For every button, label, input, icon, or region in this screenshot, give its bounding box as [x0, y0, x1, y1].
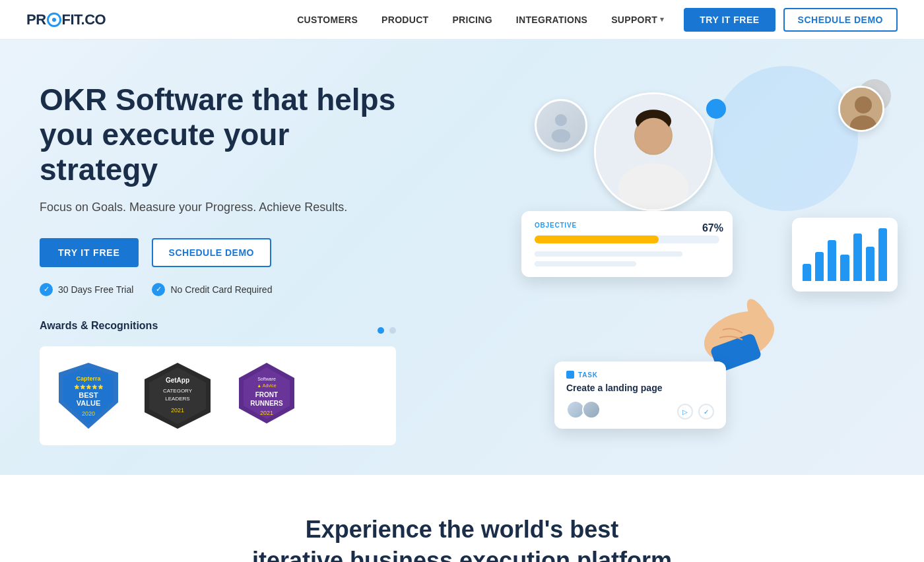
task-footer: ▷ ✓	[566, 400, 714, 420]
objective-label: OBJECTIVE	[535, 222, 719, 229]
svg-text:▲ Advice: ▲ Advice	[257, 383, 277, 388]
trial-badge: ✓ 30 Days Free Trial	[40, 283, 133, 296]
task-label: TASK	[566, 371, 714, 379]
chart-bar-3	[828, 240, 836, 281]
no-card-badge: ✓ No Credit Card Required	[152, 283, 272, 296]
bottom-section: Experience the world's bestiterative bus…	[0, 475, 924, 562]
svg-text:2021: 2021	[260, 410, 273, 416]
progress-bar-track: 67%	[535, 235, 719, 243]
no-card-text: No Credit Card Required	[170, 284, 272, 295]
progress-line-2	[535, 261, 636, 266]
nav-product[interactable]: PRODUCT	[381, 15, 428, 25]
svg-text:Software: Software	[257, 377, 276, 381]
hero-buttons: TRY IT FREE SCHEDULE DEMO	[40, 238, 409, 267]
svg-text:BEST: BEST	[79, 391, 98, 399]
nav-try-free-button[interactable]: TRY IT FREE	[684, 8, 775, 32]
nav-support[interactable]: SUPPORT	[611, 15, 664, 25]
svg-text:⭐⭐⭐⭐⭐: ⭐⭐⭐⭐⭐	[74, 384, 104, 390]
hero-title: OKR Software that helps you execute your…	[40, 82, 409, 187]
awards-section: Awards & Recognitions Capterra ⭐⭐⭐⭐⭐ BES…	[40, 320, 409, 445]
hero-try-free-button[interactable]: TRY IT FREE	[40, 238, 139, 267]
task-card: TASK Create a landing page ▷ ✓	[554, 361, 726, 429]
nav-integrations[interactable]: INTEGRATIONS	[516, 15, 587, 25]
svg-text:RUNNERS: RUNNERS	[250, 400, 283, 407]
task-icon	[566, 371, 574, 379]
chart-bar-6	[866, 247, 874, 281]
getapp-badge: GetApp CATEGORY LEADERS 2021	[141, 359, 214, 432]
chart-bar-4	[840, 255, 849, 281]
progress-line-1	[535, 251, 682, 257]
task-icon-check[interactable]: ✓	[698, 404, 714, 420]
svg-text:CATEGORY: CATEGORY	[163, 388, 193, 394]
chart-card	[792, 218, 898, 292]
svg-text:GetApp: GetApp	[166, 377, 189, 384]
hero-illustration: OBJECTIVE 67%	[449, 59, 924, 468]
nav-customers[interactable]: CUSTOMERS	[297, 15, 358, 25]
dashboard-mockup: OBJECTIVE 67%	[449, 59, 924, 468]
carousel-dot-active[interactable]	[378, 327, 384, 334]
progress-lines	[535, 251, 719, 266]
awards-carousel: Capterra ⭐⭐⭐⭐⭐ BEST VALUE 2020 GetApp C	[40, 346, 396, 445]
chart-bar-2	[815, 252, 824, 281]
svg-text:2020: 2020	[82, 410, 95, 417]
navbar: PRFIT.CO CUSTOMERS PRODUCT PRICING INTEG…	[0, 0, 924, 40]
task-label-text: TASK	[578, 371, 598, 379]
svg-text:FRONT: FRONT	[255, 391, 278, 398]
hero-section: OKR Software that helps you execute your…	[0, 40, 924, 475]
deco-circle-medium	[706, 99, 726, 119]
progress-percentage: 67%	[702, 222, 723, 234]
chart-bar-5	[853, 234, 862, 281]
hero-schedule-demo-button[interactable]: SCHEDULE DEMO	[152, 238, 271, 267]
svg-point-26	[636, 118, 671, 154]
carousel-dots	[378, 327, 396, 334]
nav-schedule-demo-button[interactable]: SCHEDULE DEMO	[783, 8, 898, 32]
check-icon-trial: ✓	[40, 283, 53, 296]
svg-point-20	[555, 114, 567, 126]
hero-subtitle: Focus on Goals. Measure your Progress. A…	[40, 201, 409, 214]
chart-bar-1	[803, 264, 811, 281]
chart-bar-7	[878, 228, 887, 281]
nav-pricing[interactable]: PRICING	[452, 15, 492, 25]
nav-links: CUSTOMERS PRODUCT PRICING INTEGRATIONS S…	[297, 15, 664, 25]
task-icon-play[interactable]: ▷	[677, 404, 693, 420]
hero-content: OKR Software that helps you execute your…	[40, 82, 409, 445]
svg-text:LEADERS: LEADERS	[165, 396, 189, 402]
check-icon-card: ✓	[152, 283, 165, 296]
awards-title: Awards & Recognitions	[40, 320, 158, 332]
objective-card: OBJECTIVE 67%	[521, 211, 733, 277]
logo-icon	[47, 13, 61, 27]
svg-text:VALUE: VALUE	[77, 399, 100, 407]
hero-trust-badges: ✓ 30 Days Free Trial ✓ No Credit Card Re…	[40, 283, 409, 296]
trial-text: 30 Days Free Trial	[58, 284, 133, 295]
svg-text:Capterra: Capterra	[76, 375, 101, 382]
svg-point-28	[855, 96, 872, 113]
task-title: Create a landing page	[566, 383, 714, 393]
bottom-title: Experience the world's bestiterative bus…	[26, 515, 898, 562]
avatar-main	[594, 92, 713, 211]
avatar-right	[838, 86, 884, 132]
logo[interactable]: PRFIT.CO	[26, 11, 106, 28]
chart-bars	[803, 228, 887, 281]
software-advice-badge: Software ▲ Advice FRONT RUNNERS 2021	[234, 359, 300, 432]
deco-circle-large	[713, 66, 858, 211]
task-avatars	[566, 400, 598, 419]
progress-bar-fill	[535, 235, 659, 243]
avatar-small	[535, 99, 587, 152]
task-avatar-2	[582, 400, 601, 419]
carousel-dot-inactive[interactable]	[389, 327, 396, 334]
task-action-icons: ▷ ✓	[677, 404, 714, 420]
capterra-badge: Capterra ⭐⭐⭐⭐⭐ BEST VALUE 2020	[55, 359, 121, 432]
svg-text:2021: 2021	[171, 407, 184, 414]
svg-point-21	[552, 129, 570, 142]
